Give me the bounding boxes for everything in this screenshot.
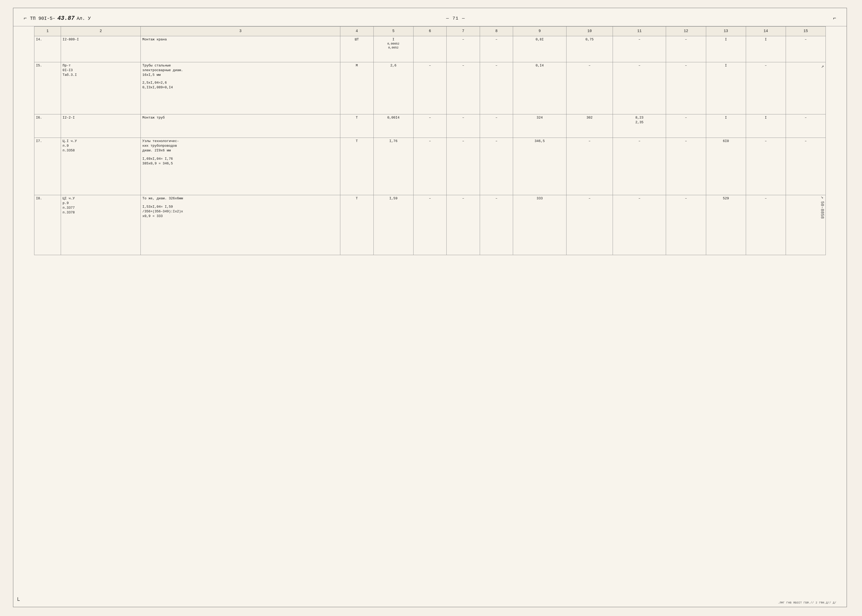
row-14-num: І4. bbox=[35, 36, 61, 62]
row-17-col12: – bbox=[666, 138, 706, 195]
row-17-col14: – bbox=[746, 138, 786, 195]
row-15-col14: – bbox=[746, 62, 786, 114]
row-16-col8: – bbox=[480, 114, 513, 138]
row-15-col15: ↗ bbox=[786, 62, 826, 114]
row-14-col15: – bbox=[786, 36, 826, 62]
col-header-7: 7 bbox=[447, 27, 480, 36]
bottom-stamp: .ЛМГ ГНВ ЯБОІТ ГБФ.// 2 ГФИ.Д// Д/ bbox=[778, 601, 836, 604]
row-16-col10: 302 bbox=[566, 114, 613, 138]
col-header-10: 10 bbox=[566, 27, 613, 36]
row-15-main-desc: Трубы стальныеэлектросварные диам.16хІ,5… bbox=[142, 63, 339, 78]
row-17-col7: – bbox=[447, 138, 480, 195]
col-header-8: 8 bbox=[480, 27, 513, 36]
row-16-col13: І bbox=[706, 114, 746, 138]
main-table-wrapper: 1 2 3 4 5 6 7 8 9 10 11 12 13 14 15 bbox=[24, 26, 836, 255]
row-18-col7: – bbox=[447, 195, 480, 255]
row-18-col11: – bbox=[613, 195, 666, 255]
row-17-col5: І,76 bbox=[374, 138, 413, 195]
row-16-desc: Монтаж труб bbox=[141, 114, 340, 138]
table-row: І4. І2-809-І Монтаж крана ШТ І 0,00052 0… bbox=[35, 36, 826, 62]
row-18-ref: ЦІ ч.У р.9 п.3377 п.3378 bbox=[61, 195, 141, 255]
row-15-ref: Пр-т 0І–І3 Таб.3.І bbox=[61, 62, 141, 114]
row-14-col12: – bbox=[666, 36, 706, 62]
row-16-col7: – bbox=[447, 114, 480, 138]
row-14-col7: – bbox=[447, 36, 480, 62]
row-14-col6 bbox=[413, 36, 447, 62]
row-18-col8: – bbox=[480, 195, 513, 255]
row-15-col10: – bbox=[566, 62, 613, 114]
row-17-col9: 346,5 bbox=[513, 138, 566, 195]
row-15-unit: М bbox=[340, 62, 374, 114]
header: ⌐ ТП 90І-5- 43.87 Ал. У — 71 — ⌐ bbox=[13, 8, 846, 26]
header-left: ⌐ ТП 90І-5- 43.87 Ал. У bbox=[24, 15, 91, 22]
table-row: І6. І2-2-І Монтаж труб Т 0,00І4 – – – 32… bbox=[35, 114, 826, 138]
row-18-num: І8. bbox=[35, 195, 61, 255]
col-header-2: 2 bbox=[61, 27, 141, 36]
row-14-unit: ШТ bbox=[340, 36, 374, 62]
row-14-col14: І bbox=[746, 36, 786, 62]
row-14-col10: 0,75 bbox=[566, 36, 613, 62]
side-stamp-col: ↗ 50-8858 bbox=[819, 196, 825, 218]
col-header-15: 15 bbox=[786, 27, 826, 36]
row-16-col15: – bbox=[786, 114, 826, 138]
row-18-col12: – bbox=[666, 195, 706, 255]
row-15-desc: Трубы стальныеэлектросварные диам.16хІ,5… bbox=[141, 62, 340, 114]
table-row: І7. Ц.І ч.У п.9 п.3358 Узлы технологичес… bbox=[35, 138, 826, 195]
row-17-calc2: 385х0,9 = 346,5 bbox=[142, 161, 339, 166]
col-header-3: 3 bbox=[141, 27, 340, 36]
table-header-row: 1 2 3 4 5 6 7 8 9 10 11 12 13 14 15 bbox=[35, 27, 826, 36]
row-17-main-desc: Узлы технологичес-ких трубопроводовдиам.… bbox=[142, 139, 339, 153]
row-18-col5: І,59 bbox=[374, 195, 413, 255]
col-header-6: 6 bbox=[413, 27, 447, 36]
row-17-col6: – bbox=[413, 138, 447, 195]
col-header-14: 14 bbox=[746, 27, 786, 36]
row-15-col7: – bbox=[447, 62, 480, 114]
row-15-col13: І bbox=[706, 62, 746, 114]
row-17-num: І7. bbox=[35, 138, 61, 195]
row-16-col11: 8,23 2,35 bbox=[613, 114, 666, 138]
row-18-col13: 529 bbox=[706, 195, 746, 255]
row-16-col9: 324 bbox=[513, 114, 566, 138]
bottom-left-bracket: └ bbox=[16, 597, 20, 604]
col-header-13: 13 bbox=[706, 27, 746, 36]
row-16-col12: – bbox=[666, 114, 706, 138]
row-14-col9: 0,8І bbox=[513, 36, 566, 62]
header-prefix: ТП 90І-5- bbox=[30, 16, 55, 21]
row-14-col11: – bbox=[613, 36, 666, 62]
row-18-calc2: /356+(356–349):Іх2)х bbox=[142, 209, 339, 214]
row-18-calc3: х0,9 = 333 bbox=[142, 214, 339, 218]
row-17-col13: 6І0 bbox=[706, 138, 746, 195]
row-15-num: І5. bbox=[35, 62, 61, 114]
row-18-desc: То же, диам. 326х6мм І,53хІ,04= І,59 /35… bbox=[141, 195, 340, 255]
row-17-col15: – bbox=[786, 138, 826, 195]
header-corner: ⌐ bbox=[821, 16, 836, 21]
row-17-desc: Узлы технологичес-ких трубопроводовдиам.… bbox=[141, 138, 340, 195]
row-15-col5: 2,6 bbox=[374, 62, 413, 114]
col-header-4: 4 bbox=[340, 27, 374, 36]
row-16-col5: 0,00І4 bbox=[374, 114, 413, 138]
table-row: І5. Пр-т 0І–І3 Таб.3.І Трубы стальныеэле… bbox=[35, 62, 826, 114]
row-14-col13: І bbox=[706, 36, 746, 62]
main-table: 1 2 3 4 5 6 7 8 9 10 11 12 13 14 15 bbox=[34, 26, 826, 255]
row-18-col14: – bbox=[746, 195, 786, 255]
row-18-col10: – bbox=[566, 195, 613, 255]
row-18-col6: – bbox=[413, 195, 447, 255]
arrow-15: ↗ bbox=[787, 63, 824, 70]
row-14-ref: І2-809-І bbox=[61, 36, 141, 62]
col-header-9: 9 bbox=[513, 27, 566, 36]
header-page-number: — 71 — bbox=[446, 16, 465, 21]
col-header-5: 5 bbox=[374, 27, 413, 36]
row-16-col14: І bbox=[746, 114, 786, 138]
table-row: І8. ЦІ ч.У р.9 п.3377 п.3378 То же, диам… bbox=[35, 195, 826, 255]
row-18-col15: ↗ 50-8858 bbox=[786, 195, 826, 255]
row-15-col6: – bbox=[413, 62, 447, 114]
row-17-calc1: І,69хІ,04= І,76 bbox=[142, 157, 339, 161]
header-title: 43.87 bbox=[57, 15, 75, 22]
row-15-col9: 0,І4 bbox=[513, 62, 566, 114]
row-16-unit: Т bbox=[340, 114, 374, 138]
row-17-col11: – bbox=[613, 138, 666, 195]
row-17-col10: – bbox=[566, 138, 613, 195]
row-15-col11: – bbox=[613, 62, 666, 114]
row-15-col12: – bbox=[666, 62, 706, 114]
col-header-11: 11 bbox=[613, 27, 666, 36]
